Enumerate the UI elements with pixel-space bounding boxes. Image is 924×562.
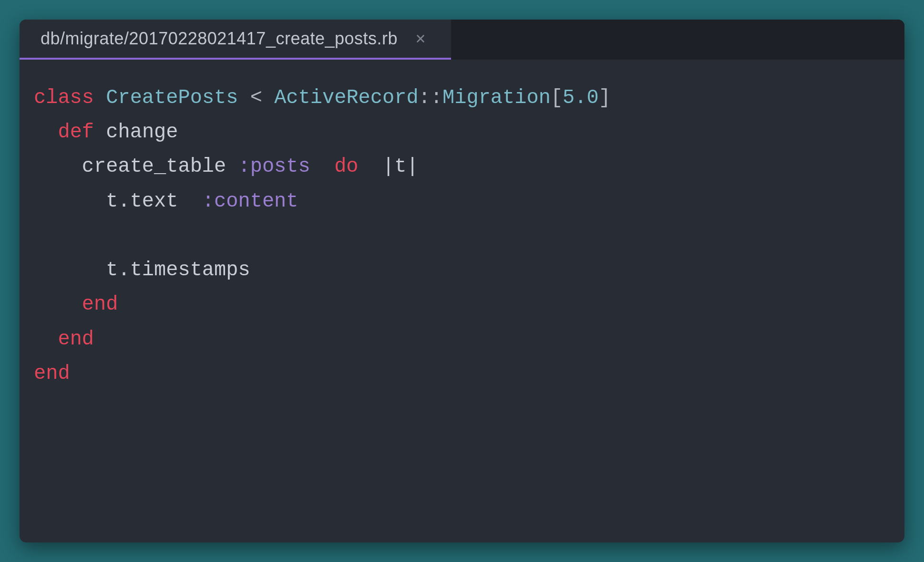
call-create-table: create_table bbox=[82, 155, 226, 178]
class-name-createposts: CreatePosts bbox=[106, 86, 238, 109]
call-t-timestamps: t.timestamps bbox=[106, 259, 250, 281]
file-tab-label: db/migrate/20170228021417_create_posts.r… bbox=[41, 29, 398, 49]
code-area[interactable]: class CreatePosts < ActiveRecord::Migrat… bbox=[20, 60, 904, 542]
bracket-close: ] bbox=[599, 86, 611, 109]
keyword-end-class: end bbox=[34, 362, 70, 385]
operator-scope: :: bbox=[419, 86, 442, 109]
symbol-posts: :posts bbox=[238, 155, 310, 178]
class-name-migration: Migration bbox=[442, 86, 551, 109]
call-t-text: t.text bbox=[106, 190, 178, 213]
symbol-content: :content bbox=[202, 190, 298, 213]
keyword-end-block: end bbox=[82, 293, 118, 316]
operator-lt: < bbox=[250, 86, 262, 109]
block-arg-t: |t| bbox=[382, 155, 419, 178]
version-number: 5.0 bbox=[563, 86, 599, 109]
file-tab[interactable]: db/migrate/20170228021417_create_posts.r… bbox=[20, 20, 451, 60]
bracket-open: [ bbox=[551, 86, 563, 109]
stage: db/migrate/20170228021417_create_posts.r… bbox=[0, 0, 924, 562]
method-name-change: change bbox=[106, 121, 178, 144]
class-name-activerecord: ActiveRecord bbox=[274, 86, 418, 109]
keyword-def: def bbox=[58, 121, 94, 144]
tab-bar-empty bbox=[451, 20, 904, 60]
keyword-end-def: end bbox=[58, 328, 94, 351]
close-icon[interactable] bbox=[411, 29, 430, 48]
editor-window: db/migrate/20170228021417_create_posts.r… bbox=[20, 20, 904, 542]
keyword-class: class bbox=[34, 86, 94, 109]
keyword-do: do bbox=[334, 155, 358, 178]
tab-bar: db/migrate/20170228021417_create_posts.r… bbox=[20, 20, 904, 60]
